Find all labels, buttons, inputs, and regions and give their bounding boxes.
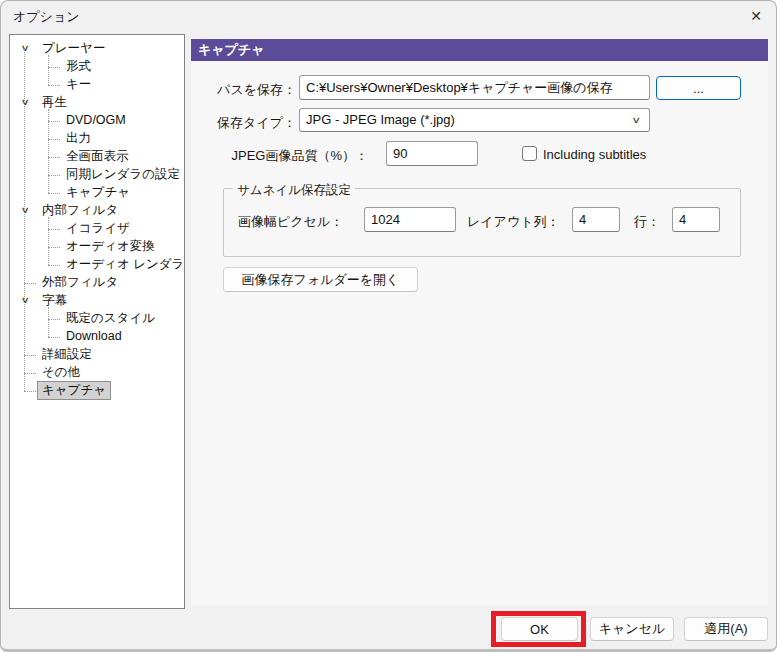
tree-item[interactable]: 詳細設定 bbox=[10, 346, 184, 364]
tree-connector bbox=[48, 193, 60, 194]
layout-cols-label: レイアウト列： bbox=[467, 213, 560, 231]
chevron-down-icon[interactable]: ∨ bbox=[15, 292, 35, 309]
tree-connector bbox=[48, 307, 49, 337]
tree-item-label: 全画面表示 bbox=[62, 148, 133, 165]
tree-item-label: 字幕 bbox=[38, 292, 71, 309]
tree-connector bbox=[48, 55, 49, 85]
tree-connector bbox=[24, 373, 36, 374]
tree-item-label: キー bbox=[62, 76, 95, 93]
tree-connector bbox=[48, 319, 60, 320]
tree-connector bbox=[24, 391, 36, 392]
thumbnail-group-title: サムネイル保存設定 bbox=[233, 182, 355, 199]
tree-item[interactable]: オーディオ レンダラ bbox=[10, 256, 184, 274]
tree-connector bbox=[48, 157, 60, 158]
tree-item-label: 既定のスタイル bbox=[62, 310, 159, 327]
tree-item-label: キャプチャ bbox=[62, 184, 134, 201]
save-type-label: 保存タイプ： bbox=[191, 114, 296, 132]
tree-item[interactable]: イコライザ bbox=[10, 220, 184, 238]
tree-item[interactable]: その他 bbox=[10, 364, 184, 382]
tree-item[interactable]: 出力 bbox=[10, 130, 184, 148]
tree-connector bbox=[48, 67, 60, 68]
chevron-down-icon[interactable]: ∨ bbox=[15, 40, 35, 57]
options-tree: ∨プレーヤー形式キー∨再生DVD/OGM出力全画面表示同期レンダラの設定キャプチ… bbox=[9, 34, 185, 609]
chevron-down-icon[interactable]: ∨ bbox=[15, 94, 35, 111]
tree-item-label: 内部フィルタ bbox=[38, 202, 122, 219]
save-type-combobox[interactable]: JPG - JPEG Image (*.jpg) ∨ bbox=[299, 108, 650, 132]
save-path-input[interactable] bbox=[299, 75, 650, 100]
window-title: オプション bbox=[13, 8, 80, 26]
chevron-down-icon: ∨ bbox=[632, 109, 642, 131]
tree-item-label: イコライザ bbox=[62, 220, 134, 237]
close-button[interactable]: ✕ bbox=[742, 4, 770, 28]
tree-item[interactable]: 形式 bbox=[10, 58, 184, 76]
tree-item[interactable]: ∨再生 bbox=[10, 94, 184, 112]
tree-item[interactable]: Download bbox=[10, 328, 184, 346]
tree-item[interactable]: オーディオ変換 bbox=[10, 238, 184, 256]
tree-item[interactable]: 全画面表示 bbox=[10, 148, 184, 166]
browse-button[interactable]: ... bbox=[656, 76, 741, 100]
title-bar: オプション ✕ bbox=[1, 1, 776, 31]
tree-connector bbox=[48, 139, 60, 140]
tree-item-label: 外部フィルタ bbox=[38, 274, 122, 291]
tree-item[interactable]: DVD/OGM bbox=[10, 112, 184, 130]
tree-item-label: 同期レンダラの設定 bbox=[62, 166, 184, 183]
panel-header: キャプチャ bbox=[191, 39, 768, 61]
layout-rows-label: 行： bbox=[634, 213, 660, 231]
save-path-label: パスを保存： bbox=[191, 81, 296, 99]
layout-cols-input[interactable] bbox=[572, 207, 620, 232]
tree-item[interactable]: キャプチャ bbox=[10, 184, 184, 202]
close-icon: ✕ bbox=[750, 8, 762, 24]
image-width-input[interactable] bbox=[364, 207, 456, 232]
tree-connector bbox=[48, 175, 60, 176]
including-subtitles-label: Including subtitles bbox=[543, 147, 646, 162]
tree-item[interactable]: 既定のスタイル bbox=[10, 310, 184, 328]
tree-item[interactable]: ∨字幕 bbox=[10, 292, 184, 310]
tree-item-label: オーディオ レンダラ bbox=[62, 256, 185, 273]
tree-item[interactable]: ∨内部フィルタ bbox=[10, 202, 184, 220]
including-subtitles-checkbox[interactable] bbox=[522, 146, 537, 161]
tree-item[interactable]: 外部フィルタ bbox=[10, 274, 184, 292]
tree-connector bbox=[48, 121, 60, 122]
tree-item[interactable]: キー bbox=[10, 76, 184, 94]
open-save-folder-button[interactable]: 画像保存フォルダーを開く bbox=[223, 267, 418, 292]
apply-button[interactable]: 適用(A) bbox=[684, 617, 768, 641]
save-type-value: JPG - JPEG Image (*.jpg) bbox=[306, 112, 455, 127]
chevron-down-icon[interactable]: ∨ bbox=[15, 202, 35, 219]
tree-connector bbox=[24, 283, 36, 284]
tree-connector bbox=[24, 49, 25, 391]
tree-connector bbox=[48, 85, 60, 86]
tree-connector bbox=[48, 217, 49, 265]
tree-connector bbox=[48, 247, 60, 248]
jpeg-quality-label: JPEG画像品質（%）： bbox=[191, 147, 368, 165]
tree-item-label: オーディオ変換 bbox=[62, 238, 159, 255]
tree-connector bbox=[48, 337, 60, 338]
tree-item-label: 詳細設定 bbox=[38, 346, 96, 363]
options-dialog: オプション ✕ ∨プレーヤー形式キー∨再生DVD/OGM出力全画面表示同期レンダ… bbox=[0, 0, 777, 652]
ok-button[interactable]: OK bbox=[501, 617, 578, 641]
tree-item[interactable]: ∨プレーヤー bbox=[10, 40, 184, 58]
image-width-label: 画像幅ピクセル： bbox=[238, 213, 343, 231]
tree-item-label: その他 bbox=[38, 364, 84, 381]
tree-item-label: 再生 bbox=[38, 94, 71, 111]
tree-item-label: Download bbox=[62, 328, 126, 345]
tree-connector bbox=[48, 229, 60, 230]
tree-item-label: 出力 bbox=[62, 130, 95, 147]
tree-connector bbox=[24, 355, 36, 356]
tree-connector bbox=[48, 109, 49, 193]
tree-item-label: DVD/OGM bbox=[62, 112, 130, 129]
tree-item[interactable]: 同期レンダラの設定 bbox=[10, 166, 184, 184]
tree-item[interactable]: キャプチャ bbox=[10, 382, 184, 400]
cancel-button[interactable]: キャンセル bbox=[590, 617, 674, 641]
layout-rows-input[interactable] bbox=[672, 207, 720, 232]
tree-item-label: キャプチャ bbox=[38, 382, 110, 399]
tree-item-label: 形式 bbox=[62, 58, 95, 75]
jpeg-quality-input[interactable] bbox=[386, 141, 478, 166]
tree-connector bbox=[48, 265, 60, 266]
